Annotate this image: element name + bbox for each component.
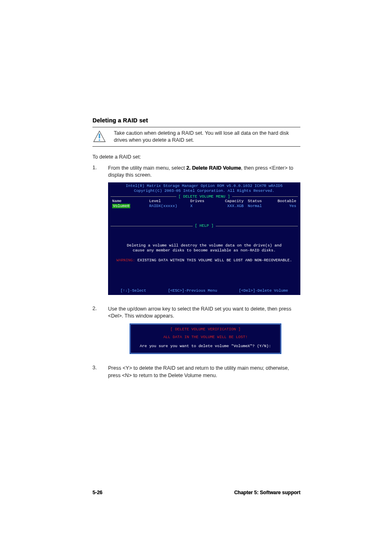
key-previous-menu: [<ESC>]-Previous Menu (168, 288, 217, 293)
verification-warning: ALL DATA IN THE VOLUME WILL BE LOST! (131, 335, 280, 340)
page-number: 5-26 (92, 490, 102, 495)
page-footer: 5-26 Chapter 5: Software support (92, 490, 300, 495)
volume-table-header: Name Level Drives Capacity Status Bootab… (108, 199, 300, 204)
help-line2: cause any member disks to become availab… (116, 248, 292, 253)
panel-title-line1: Intel(R) Matrix Storage Manager Option R… (108, 182, 300, 189)
bios-delete-volume-panel: Intel(R) Matrix Storage Manager Option R… (108, 182, 300, 295)
hdr-name: Name (112, 199, 149, 204)
panel-title-line2: Copyright(C) 2003-05 Intel Corporation. … (108, 189, 300, 194)
step-3: 3. Press <Y> to delete the RAID set and … (92, 365, 300, 379)
verification-prompt: Are you sure you want to delete volume "… (131, 344, 280, 349)
row-capacity: XXX.XGB (215, 204, 244, 209)
hdr-level: Level (149, 199, 190, 204)
caution-icon (92, 130, 106, 142)
help-warning: WARNING: EXISTING DATA WITHIN THIS VOLUM… (116, 258, 292, 263)
row-name-highlight: Volume0 (112, 204, 130, 208)
svg-point-2 (99, 139, 100, 141)
step-text-prefix: From the utility main menu, select (108, 165, 186, 171)
step-body: Use the up/down arrow key to select the … (108, 306, 300, 320)
bios-verification-panel: [ DELETE VOLUME VERIFICATION ] ALL DATA … (129, 323, 281, 355)
help-text: Deleting a volume will destroy the volum… (108, 243, 300, 263)
warning-text: EXISTING DATA WITHIN THIS VOLUME WILL BE… (135, 258, 292, 263)
section-heading: Deleting a RAID set (92, 117, 300, 124)
help-line1: Deleting a volume will destroy the volum… (116, 243, 292, 248)
svg-rect-1 (99, 134, 100, 138)
hdr-bootable: Bootable (268, 199, 296, 204)
row-bootable: Yes (268, 204, 296, 209)
step-body: Press <Y> to delete the RAID set and ret… (108, 365, 300, 379)
row-drives: X (190, 204, 215, 209)
hdr-status: Status (244, 199, 268, 204)
caution-block: Take caution when deleting a RAID set. Y… (92, 127, 300, 147)
volume-table-row: Volume0 RAIDX(xxxxx) X XXX.XGB Normal Ye… (108, 204, 300, 209)
step-number: 3. (92, 365, 101, 371)
step-bold-text: 2. Delete RAID Volume (186, 165, 241, 171)
hdr-capacity: Capacity (215, 199, 244, 204)
step-body: From the utility main menu, select 2. De… (108, 165, 300, 179)
chapter-label: Chapter 5: Software support (234, 490, 300, 495)
row-name: Volume0 (112, 204, 149, 209)
step-number: 1. (92, 165, 101, 170)
key-delete-volume: [<Del>]-Delete Volume (239, 288, 288, 293)
panel-key-hints: [↑↓]-Select [<ESC>]-Previous Menu [<Del>… (108, 288, 300, 295)
step-number: 2. (92, 306, 101, 311)
caution-text: Take caution when deleting a RAID set. Y… (114, 130, 300, 144)
step-1: 1. From the utility main menu, select 2.… (92, 165, 300, 179)
warning-label: WARNING: (116, 258, 135, 263)
row-status: Normal (244, 204, 268, 209)
verification-title: [ DELETE VOLUME VERIFICATION ] (131, 327, 280, 332)
row-level: RAIDX(xxxxx) (149, 204, 190, 209)
panel-menu-label: [ DELETE VOLUME MENU ] (108, 194, 300, 199)
key-select: [↑↓]-Select (120, 288, 146, 293)
panel-help-label: [ HELP ] (108, 223, 300, 228)
step-2: 2. Use the up/down arrow key to select t… (92, 306, 300, 320)
intro-text: To delete a RAID set: (92, 154, 300, 160)
hdr-drives: Drives (190, 199, 215, 204)
